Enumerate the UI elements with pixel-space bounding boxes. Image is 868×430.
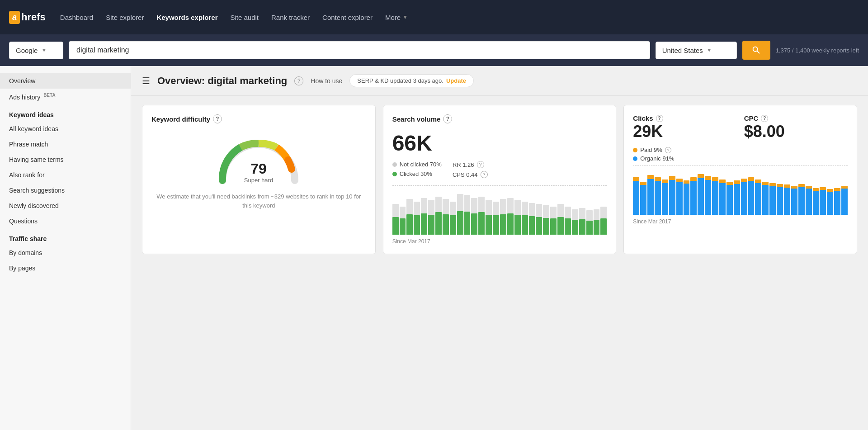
sv-help-icon[interactable]: ? xyxy=(443,114,452,123)
clicks-bar-blue xyxy=(813,191,819,215)
sv-bar-green xyxy=(550,218,557,235)
sidebar-item-questions[interactable]: Questions xyxy=(0,213,131,229)
clicks-bar xyxy=(633,170,639,215)
sidebar-item-phrase-match[interactable]: Phrase match xyxy=(0,137,131,152)
clicks-bar-blue xyxy=(690,181,697,215)
country-chevron-icon: ▼ xyxy=(707,47,712,53)
update-link[interactable]: Update xyxy=(446,77,466,84)
clicks-bar-blue xyxy=(684,184,690,215)
search-input-wrapper[interactable] xyxy=(69,41,650,59)
clicks-bar-orange xyxy=(748,177,755,181)
help-icon[interactable]: ? xyxy=(294,76,303,85)
sv-bar-green xyxy=(428,215,434,235)
clicks-bar-orange xyxy=(690,177,697,181)
content-area: ☰ Overview: digital marketing ? How to u… xyxy=(131,66,868,430)
sidebar-item-also-rank-for[interactable]: Also rank for xyxy=(0,167,131,183)
gauge-container: 79 Super hard xyxy=(151,131,366,185)
clicks-section: Clicks ? 29K xyxy=(633,114,736,141)
sv-bar-group xyxy=(500,189,506,235)
clicks-cpc-card: Clicks ? 29K CPC ? $8.00 xyxy=(623,105,857,254)
sidebar-item-ads-history[interactable]: Ads history BETA xyxy=(0,89,131,105)
nav-site-audit[interactable]: Site audit xyxy=(230,14,259,21)
cpc-help-icon[interactable]: ? xyxy=(761,115,768,122)
sv-bar-green xyxy=(500,214,506,235)
sidebar-item-search-suggestions[interactable]: Search suggestions xyxy=(0,183,131,198)
search-button[interactable] xyxy=(742,41,770,60)
beta-badge: BETA xyxy=(43,93,55,98)
clicks-header: Clicks ? 29K CPC ? $8.00 xyxy=(633,114,848,141)
organic-stat: Organic 91% xyxy=(633,155,848,162)
sidebar-item-all-keyword-ideas[interactable]: All keyword ideas xyxy=(0,121,131,137)
clicks-bar xyxy=(669,170,675,215)
hamburger-icon[interactable]: ☰ xyxy=(142,76,150,86)
clicks-bar xyxy=(705,170,711,215)
nav-more[interactable]: More ▼ xyxy=(385,14,408,21)
sv-bar-gray xyxy=(457,194,463,211)
nav-links: Dashboard Site explorer Keywords explore… xyxy=(60,14,408,21)
nav-rank-tracker[interactable]: Rank tracker xyxy=(271,14,310,21)
sv-bar-gray xyxy=(514,200,521,215)
sv-since-label: Since Mar 2017 xyxy=(392,238,607,245)
clicks-since-label: Since Mar 2017 xyxy=(633,218,848,225)
kd-help-icon[interactable]: ? xyxy=(213,114,222,123)
clicks-bar-blue xyxy=(798,187,805,215)
clicks-help-icon[interactable]: ? xyxy=(656,115,663,122)
nav-site-explorer[interactable]: Site explorer xyxy=(106,14,144,21)
clicks-value: 29K xyxy=(633,122,736,141)
clicks-bar xyxy=(655,170,661,215)
clicked-stat: Clicked 30% xyxy=(392,170,442,177)
clicks-bar-chart xyxy=(633,170,848,215)
nav-keywords-explorer[interactable]: Keywords explorer xyxy=(156,14,217,21)
sv-bar-group xyxy=(392,189,399,235)
clicks-bar-orange xyxy=(784,184,790,188)
clicks-bar-orange xyxy=(734,180,740,184)
nav-dashboard[interactable]: Dashboard xyxy=(60,14,93,21)
clicks-bar xyxy=(726,170,733,215)
cpc-value: $8.00 xyxy=(744,122,848,141)
rr-help-icon[interactable]: ? xyxy=(477,161,484,168)
sv-bar-gray xyxy=(450,202,456,215)
clicks-bar-blue xyxy=(676,182,683,215)
clicks-bar-blue xyxy=(762,185,769,215)
sidebar-item-by-domains[interactable]: By domains xyxy=(0,245,131,260)
search-input[interactable] xyxy=(76,46,642,54)
sv-bar-gray xyxy=(478,197,485,212)
engine-select[interactable]: Google ▼ xyxy=(9,42,63,59)
clicks-bar xyxy=(777,170,783,215)
sidebar-item-overview[interactable]: Overview xyxy=(0,73,131,89)
clicks-bar xyxy=(755,170,761,215)
sidebar-item-newly-discovered[interactable]: Newly discovered xyxy=(0,198,131,213)
cps-help-icon[interactable]: ? xyxy=(481,171,488,178)
sv-bar-group xyxy=(522,189,528,235)
logo[interactable]: a hrefs xyxy=(9,11,46,24)
sidebar-item-having-same-terms[interactable]: Having same terms xyxy=(0,152,131,167)
sv-bar-gray xyxy=(500,199,506,214)
search-bar: Google ▼ United States ▼ 1,375 / 1,400 w… xyxy=(0,34,868,66)
sv-bar-green xyxy=(586,221,593,235)
engine-chevron-icon: ▼ xyxy=(41,47,47,53)
sv-bar-green xyxy=(600,218,607,235)
clicks-bar-orange xyxy=(726,182,733,185)
sv-bar-group xyxy=(457,189,463,235)
sv-bar-gray xyxy=(536,204,542,217)
country-select[interactable]: United States ▼ xyxy=(656,42,737,59)
rr-stat: RR 1.26 ? xyxy=(453,161,488,168)
not-clicked-dot xyxy=(392,162,397,167)
sv-bar-gray xyxy=(550,207,557,218)
chevron-down-icon: ▼ xyxy=(402,14,408,20)
gauge-svg: 79 Super hard xyxy=(213,131,304,185)
clicks-bar-blue xyxy=(726,185,733,215)
nav-content-explorer[interactable]: Content explorer xyxy=(322,14,373,21)
sv-bar-green xyxy=(522,215,528,235)
paid-help-icon[interactable]: ? xyxy=(665,147,671,153)
sv-bar-green xyxy=(529,216,535,235)
clicks-bar-blue xyxy=(734,184,740,215)
logo-text: hrefs xyxy=(21,11,46,23)
sidebar-item-by-pages[interactable]: By pages xyxy=(0,260,131,276)
clicks-bar-blue xyxy=(791,189,797,215)
how-to-use-link[interactable]: How to use xyxy=(311,77,342,85)
svg-text:Super hard: Super hard xyxy=(244,177,273,184)
clicks-bar xyxy=(712,170,718,215)
clicks-bar-blue xyxy=(748,181,755,215)
kd-card-title: Keyword difficulty ? xyxy=(151,114,366,123)
